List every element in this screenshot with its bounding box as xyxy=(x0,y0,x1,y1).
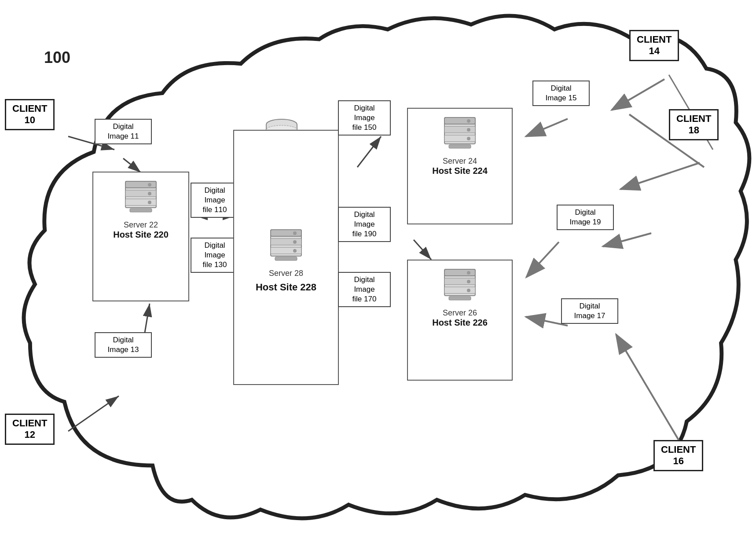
client-16-box: CLIENT16 xyxy=(653,440,703,471)
client-12-box: CLIENT12 xyxy=(5,414,55,445)
digital-image-15-box: DigitalImage 15 xyxy=(532,81,590,106)
svg-rect-60 xyxy=(444,287,475,293)
digital-image-file-150-box: DigitalImagefile 150 xyxy=(338,100,391,136)
server-22-icon xyxy=(123,177,158,216)
server-22-box: Server 22 Host Site 220 xyxy=(92,172,189,301)
svg-rect-42 xyxy=(271,230,301,236)
digital-image-file-170-box: DigitalImagefile 170 xyxy=(338,272,391,307)
digital-image-13-box: DigitalImage 13 xyxy=(95,332,152,358)
server-28-subtitle: Host Site 228 xyxy=(256,282,316,293)
svg-rect-56 xyxy=(449,145,471,148)
client-14-box: CLIENT14 xyxy=(629,30,679,61)
svg-point-45 xyxy=(293,231,297,235)
digital-image-11-box: DigitalImage 11 xyxy=(95,119,152,144)
svg-point-30 xyxy=(148,183,151,187)
svg-point-32 xyxy=(148,201,151,204)
server-26-title: Server 26 xyxy=(443,308,477,318)
digital-image-19-box: DigitalImage 19 xyxy=(557,205,614,230)
server-26-subtitle: Host Site 226 xyxy=(432,318,488,328)
server-24-subtitle: Host Site 224 xyxy=(432,166,488,176)
svg-point-47 xyxy=(293,249,297,253)
svg-point-61 xyxy=(467,271,470,275)
digital-image-file-190-box: DigitalImagefile 190 xyxy=(338,207,391,242)
server-28-box: Server 28 Host Site 228 xyxy=(233,130,339,385)
svg-rect-52 xyxy=(444,135,475,142)
svg-point-55 xyxy=(467,137,470,140)
svg-rect-28 xyxy=(125,190,156,197)
svg-point-31 xyxy=(148,192,151,195)
digital-image-file-130-box: DigitalImagefile 130 xyxy=(191,238,239,273)
svg-rect-58 xyxy=(444,269,475,276)
server-22-title: Server 22 xyxy=(124,220,158,230)
server-24-box: Server 24 Host Site 224 xyxy=(407,108,513,224)
server-22-subtitle: Host Site 220 xyxy=(113,230,169,240)
svg-point-46 xyxy=(293,240,297,244)
server-24-title: Server 24 xyxy=(443,157,477,166)
svg-rect-48 xyxy=(275,257,297,260)
svg-rect-59 xyxy=(444,278,475,285)
svg-point-62 xyxy=(467,280,470,283)
server-28-icon xyxy=(268,225,304,265)
svg-point-53 xyxy=(467,119,470,123)
server-24-icon xyxy=(442,113,477,153)
client-10-box: CLIENT10 xyxy=(5,99,55,130)
svg-rect-43 xyxy=(271,238,301,245)
svg-rect-50 xyxy=(444,117,475,124)
digital-image-file-110-box: DigitalImagefile 110 xyxy=(191,183,239,218)
svg-rect-44 xyxy=(271,247,301,254)
client-18-box: CLIENT18 xyxy=(669,109,719,140)
svg-point-63 xyxy=(467,289,470,292)
server-26-box: Server 26 Host Site 226 xyxy=(407,260,513,381)
svg-rect-27 xyxy=(125,181,156,188)
svg-point-54 xyxy=(467,128,470,132)
server-28-title: Server 28 xyxy=(269,269,303,278)
svg-rect-29 xyxy=(125,199,156,205)
digital-image-17-box: DigitalImage 17 xyxy=(561,298,618,324)
server-26-icon xyxy=(442,265,477,304)
svg-rect-64 xyxy=(449,297,471,300)
svg-rect-51 xyxy=(444,126,475,133)
svg-rect-33 xyxy=(130,209,152,212)
